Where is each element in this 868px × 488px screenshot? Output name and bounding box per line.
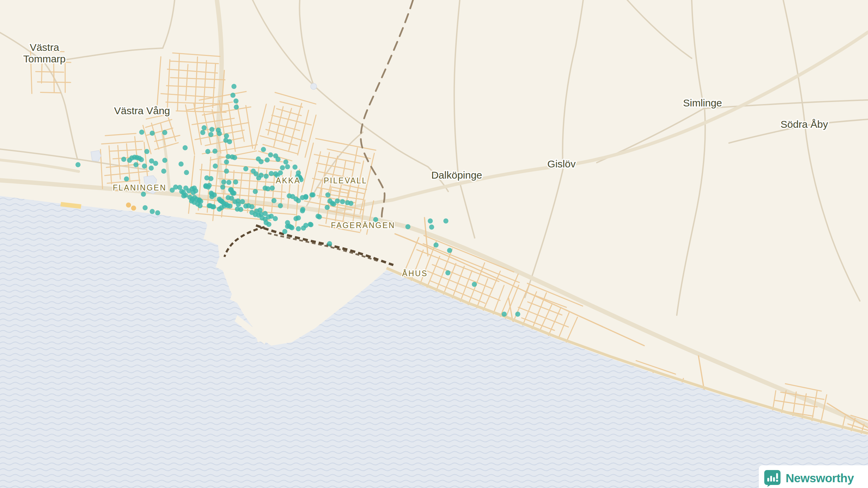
map-point-teal (179, 162, 184, 167)
map-point-teal (238, 207, 243, 212)
map-point-teal (269, 171, 274, 176)
map-label-gisl-v: Gislöv (547, 158, 575, 169)
map-point-teal (150, 131, 155, 136)
map-point-teal (406, 224, 411, 229)
map-point-teal (212, 192, 217, 198)
map-point-teal (181, 194, 186, 199)
map-point-teal (193, 188, 198, 194)
map-point-teal (282, 229, 288, 234)
map-point-teal (198, 203, 203, 208)
map-point-teal (143, 205, 148, 210)
map-point-teal (267, 222, 272, 227)
map-point-teal (327, 241, 332, 246)
map-point-teal (300, 208, 305, 214)
map-point-teal (220, 185, 225, 190)
map-point-teal (149, 166, 154, 171)
map-point-teal (202, 125, 207, 130)
map-point-teal (280, 165, 285, 170)
map-point-teal (311, 192, 316, 198)
map-point-orange (126, 203, 131, 208)
map-point-teal (209, 132, 214, 137)
map-point-teal (296, 226, 301, 231)
map-point-teal (428, 219, 433, 224)
map-point-teal (203, 183, 209, 188)
map-point-teal (301, 226, 306, 231)
map-point-teal (273, 216, 278, 221)
newsworthy-logo[interactable]: Newsworthy (759, 465, 868, 488)
map-point-teal (161, 169, 166, 174)
map-point-teal (224, 160, 229, 165)
map-point-teal (162, 130, 167, 135)
map-point-teal (349, 201, 354, 206)
map-point-teal (276, 157, 281, 162)
map-point-teal (142, 164, 147, 169)
map-point-teal (139, 130, 144, 135)
map-point-teal (429, 225, 434, 230)
map-point-teal (162, 158, 167, 163)
map-label-v-stra-v-ng: Västra Vång (114, 105, 170, 116)
map-point-teal (261, 147, 266, 152)
map-point-teal (308, 222, 313, 227)
map-point-teal (200, 130, 205, 135)
map-point-teal (76, 162, 81, 167)
map-point-teal (217, 207, 222, 212)
map-point-teal (296, 198, 301, 203)
map-point-teal (217, 131, 222, 136)
map-point-teal (326, 192, 331, 198)
map-point-teal (434, 243, 439, 248)
map-point-teal (224, 169, 229, 174)
map-point-teal (265, 158, 270, 163)
map-point-teal (229, 196, 234, 201)
map-label-akka: AKKA (276, 176, 300, 185)
map-label--hus: ÅHUS (402, 269, 428, 278)
map-point-teal (278, 203, 283, 208)
map-point-teal (317, 215, 322, 220)
map-point-teal (209, 176, 214, 181)
map-point-teal (234, 105, 239, 110)
map-point-teal (253, 189, 258, 194)
map-point-teal (285, 164, 290, 169)
map-point-teal (502, 312, 507, 317)
map-point-teal (227, 139, 232, 144)
map-point-teal (155, 210, 160, 216)
map-point-teal (153, 161, 158, 166)
map-point-teal (213, 149, 218, 154)
map-point-teal (325, 205, 330, 210)
map-point-teal (278, 170, 283, 176)
map-point-teal (294, 216, 299, 221)
map-point-teal (134, 162, 139, 167)
map-point-teal (183, 145, 188, 150)
map-point-teal (141, 192, 146, 197)
map-point-teal (472, 282, 477, 287)
map-point-teal (243, 166, 249, 171)
map-point-teal (270, 186, 275, 191)
map-point-teal (293, 165, 298, 170)
map-point-teal (447, 248, 452, 253)
map-point-teal (124, 177, 129, 182)
map-point-teal (221, 180, 226, 185)
map-point-teal (197, 198, 202, 203)
map-point-teal (224, 134, 229, 139)
map-point-teal (139, 157, 144, 162)
map-point-teal (265, 186, 271, 191)
map-point-teal (184, 170, 189, 175)
map-point-teal (258, 208, 263, 213)
map-point-teal (144, 149, 150, 154)
map-canvas: VästraTommarpVästra VångSimlingeSödra Åb… (0, 0, 868, 488)
map-point-teal (290, 225, 295, 230)
newsworthy-icon (764, 469, 781, 487)
map-point-teal (224, 202, 229, 207)
map-point-teal (207, 203, 212, 208)
map-point-teal (150, 209, 155, 214)
newsworthy-wordmark: Newsworthy (786, 471, 854, 485)
map-point-teal (250, 204, 255, 209)
map-label-fager-ngen: FAGERÄNGEN (331, 221, 395, 230)
map-point-teal (213, 164, 218, 169)
map-label-flaningen: FLANINGEN (113, 183, 167, 192)
map-point-teal (340, 199, 345, 204)
map-point-teal (283, 160, 289, 165)
map-point-teal (121, 157, 126, 162)
map-point-teal (233, 180, 238, 185)
map-point-teal (231, 93, 236, 98)
map-point-orange (131, 206, 136, 211)
